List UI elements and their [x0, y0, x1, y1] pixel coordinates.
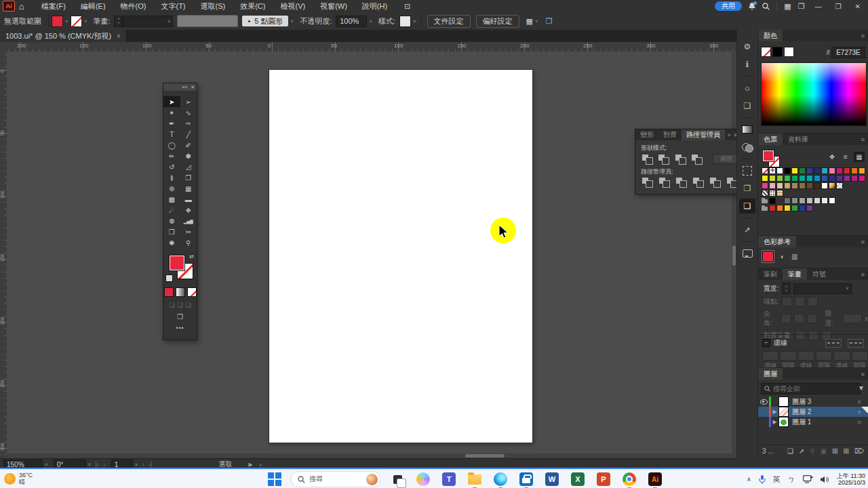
rotation-caret-icon[interactable]: ˅: [88, 462, 92, 468]
symbol-sprayer-tool[interactable]: ❆: [163, 216, 180, 226]
tools-panel-header[interactable]: «« ✕: [163, 83, 197, 91]
swatch-cell[interactable]: [814, 167, 821, 174]
color-button[interactable]: [164, 287, 174, 297]
paintbrush-tool[interactable]: ✐: [180, 140, 197, 150]
properties-panel-icon[interactable]: ⚙: [739, 39, 755, 54]
edge-taskbar-icon[interactable]: [492, 471, 509, 487]
layer-row[interactable]: 圖層 3○: [758, 396, 868, 407]
swatch-cell[interactable]: [791, 175, 798, 182]
blob-brush-tool[interactable]: ✽: [180, 150, 197, 161]
delete-selection-icon[interactable]: ⌦: [854, 447, 864, 455]
pattern-options-panel-icon[interactable]: [739, 163, 755, 178]
swatch-cell[interactable]: [806, 175, 813, 182]
swatch-cell[interactable]: [814, 197, 821, 204]
tab-pathfinder[interactable]: 路徑管理員: [682, 129, 725, 140]
swatch-cell[interactable]: [776, 205, 783, 211]
excel-taskbar-icon[interactable]: X: [570, 471, 586, 487]
new-layer-icon[interactable]: ⊞: [843, 447, 848, 455]
align-options-icon[interactable]: ▦: [526, 17, 533, 26]
lasso-tool[interactable]: ∿: [180, 107, 197, 118]
taskbar-search-input[interactable]: 搜尋: [291, 471, 380, 487]
fill-proxy-small[interactable]: [762, 150, 774, 162]
color-guide-panel-icon[interactable]: ☼: [739, 81, 755, 96]
powerpoint-taskbar-icon[interactable]: P: [595, 471, 612, 487]
home-icon[interactable]: ⌂: [19, 1, 24, 12]
fill-proxy[interactable]: [169, 255, 185, 271]
layer-target-icon[interactable]: ○: [858, 419, 861, 426]
arrange-documents-icon[interactable]: ❐: [798, 2, 805, 11]
artboard[interactable]: [269, 70, 532, 443]
menubar-item-0[interactable]: 檔案(F): [34, 0, 73, 12]
eyedropper-tool[interactable]: ☄: [163, 205, 180, 216]
restore-button[interactable]: ❐: [832, 3, 845, 10]
swatch-cell[interactable]: [799, 197, 806, 204]
swatch-cell[interactable]: [814, 182, 821, 189]
width-stepper[interactable]: ˄˅: [782, 283, 791, 294]
microphone-icon[interactable]: [759, 475, 766, 484]
layer-thumbnail[interactable]: [778, 396, 789, 407]
exclude-button[interactable]: [692, 155, 701, 163]
shape-builder-tool[interactable]: ⊕: [163, 183, 180, 194]
menubar-item-8[interactable]: 說明(H): [355, 0, 395, 12]
swatch-cell[interactable]: [791, 182, 798, 189]
color-spectrum[interactable]: [761, 62, 867, 126]
swap-fill-stroke-icon[interactable]: ⇄: [189, 253, 194, 260]
swatch-cell[interactable]: [829, 167, 835, 174]
draw-normal-icon[interactable]: ❏: [169, 302, 174, 308]
swatch-cell[interactable]: ✛: [769, 167, 776, 174]
brush-caret-icon[interactable]: ˅: [290, 18, 294, 24]
network-icon[interactable]: [803, 475, 813, 483]
swatch-cell[interactable]: [784, 197, 791, 204]
tab-stroke[interactable]: 筆畫: [783, 268, 807, 280]
swatch-cell[interactable]: [851, 175, 858, 182]
swatch-cell[interactable]: [806, 167, 813, 174]
menubar-item-6[interactable]: 檢視(V): [273, 0, 313, 12]
minus-back-button[interactable]: [727, 178, 737, 186]
task-view-taskbar-icon[interactable]: [389, 471, 406, 487]
stroke-weight-dropdown[interactable]: ˅: [123, 16, 173, 27]
tab-transform[interactable]: 變形: [635, 129, 658, 140]
merge-button[interactable]: [676, 178, 686, 186]
swatch-cell[interactable]: [769, 182, 776, 189]
info-panel-icon[interactable]: ℹ: [739, 57, 755, 72]
status-back-icon[interactable]: ‹: [260, 461, 262, 468]
unite-button[interactable]: [642, 155, 652, 163]
visibility-toggle[interactable]: [758, 398, 769, 405]
minus-front-button[interactable]: [658, 155, 668, 163]
type-tool[interactable]: T: [163, 129, 180, 140]
none-button[interactable]: [187, 287, 197, 297]
blend-tool[interactable]: ❖: [180, 205, 197, 216]
file-explorer-taskbar-icon[interactable]: [467, 471, 483, 487]
stroke-menu-icon[interactable]: ≡: [861, 271, 868, 278]
swatch-cell[interactable]: [762, 197, 768, 204]
swatch-cell[interactable]: [844, 175, 850, 182]
fill-caret-icon[interactable]: ˅: [65, 18, 68, 24]
swatch-cell[interactable]: [836, 182, 843, 189]
swatch-cell[interactable]: [769, 175, 776, 182]
menubar-item-4[interactable]: 選取(S): [193, 0, 233, 12]
rotate-tool[interactable]: ↺: [163, 161, 180, 172]
transparency-panel-icon[interactable]: [739, 140, 755, 155]
tab-align[interactable]: 對齊: [658, 129, 682, 140]
ime-language-indicator[interactable]: 英: [773, 474, 781, 485]
layer-row[interactable]: ▶圖層 1○: [758, 417, 868, 427]
isolate-icon[interactable]: ❐: [546, 17, 553, 26]
collapse-panel-icon[interactable]: ««: [182, 85, 187, 89]
tab-swatches[interactable]: 色票: [758, 134, 783, 145]
weather-widget[interactable]: 36°C 晴: [4, 472, 33, 485]
opacity-field[interactable]: 100%: [336, 16, 367, 27]
close-button[interactable]: ✕: [852, 3, 864, 10]
selection-tool[interactable]: ➤: [163, 96, 180, 107]
harmony-rules-icon[interactable]: ▥: [791, 253, 797, 260]
tab-close-icon[interactable]: ×: [117, 33, 121, 40]
swatch-cell[interactable]: [829, 182, 835, 189]
asset-export-panel-icon[interactable]: ➚: [739, 222, 755, 237]
layers-menu-icon[interactable]: ≡: [861, 371, 868, 378]
tray-chevron-icon[interactable]: ∧: [747, 476, 751, 483]
search-highlight-image[interactable]: [366, 474, 378, 485]
zoom-caret-icon[interactable]: ˅: [45, 462, 48, 468]
style-swatch[interactable]: [399, 16, 411, 27]
horizontal-ruler[interactable]: 20015010050050100150200250300350: [7, 42, 736, 52]
swatch-cell[interactable]: [859, 167, 865, 174]
curvature-tool[interactable]: ✑: [180, 118, 197, 129]
